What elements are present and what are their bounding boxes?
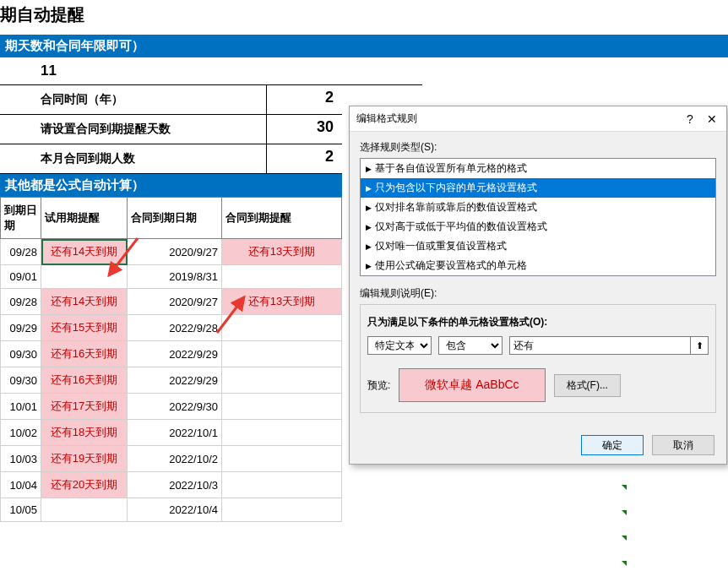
format-rule-dialog: 编辑格式规则 ? ✕ 选择规则类型(S): 基于各自值设置所有单元格的格式只为包… [349, 106, 727, 465]
contract-alert-cell[interactable] [222, 341, 342, 367]
rule-type-item[interactable]: 基于各自值设置所有单元格的格式 [361, 159, 715, 178]
trial-alert-cell[interactable]: 还有16天到期 [41, 341, 128, 367]
contract-alert-cell[interactable] [222, 265, 342, 289]
contract-alert-cell[interactable] [222, 394, 342, 420]
trial-end-date-cell[interactable]: 10/01 [1, 394, 41, 420]
condition-type-select[interactable]: 特定文本 [367, 336, 432, 355]
table-row: 09/012019/8/31 [1, 265, 342, 289]
info-row: 请设置合同到期提醒天数30 [0, 115, 342, 144]
contract-alert-cell[interactable]: 还有13天到期 [222, 289, 342, 315]
table-row: 09/30还有16天到期2022/9/29 [1, 367, 342, 394]
format-button[interactable]: 格式(F)... [554, 374, 621, 397]
contract-end-date-cell[interactable]: 2022/10/3 [128, 472, 222, 498]
contract-end-date-cell[interactable]: 2022/10/4 [128, 498, 222, 522]
trial-end-date-cell[interactable]: 09/01 [1, 265, 41, 289]
page-title: 期自动提醒 [0, 0, 728, 35]
subtitle-bar-2: 其他都是公式自动计算） [0, 174, 342, 197]
trial-end-date-cell[interactable]: 09/30 [1, 341, 41, 367]
contract-end-date-cell[interactable]: 2022/9/30 [128, 394, 222, 420]
spreadsheet-table: 到期日期试用期提醒合同到期日期合同到期提醒 09/28还有14天到期2020/9… [0, 197, 342, 522]
contract-end-date-cell[interactable]: 2022/10/2 [128, 446, 222, 472]
info-value[interactable]: 2 [266, 85, 342, 114]
range-picker-icon[interactable]: ⬆ [690, 336, 709, 355]
contract-end-date-cell[interactable]: 2020/9/27 [128, 289, 222, 315]
ok-button[interactable]: 确定 [581, 435, 644, 455]
error-indicator-icon [622, 536, 627, 541]
contract-alert-cell[interactable] [222, 367, 342, 394]
column-header[interactable]: 试用期提醒 [41, 198, 128, 239]
trial-alert-cell[interactable]: 还有16天到期 [41, 367, 128, 394]
contract-end-date-cell[interactable]: 2022/9/29 [128, 367, 222, 394]
close-button[interactable]: ✕ [701, 112, 723, 126]
table-row: 09/30还有16天到期2022/9/29 [1, 341, 342, 367]
error-indicator-icon [622, 561, 627, 566]
contract-end-date-cell[interactable]: 2022/9/28 [128, 315, 222, 341]
edit-rule-label: 编辑规则说明(E): [360, 286, 716, 301]
info-row: 本月合同到期人数2 [0, 144, 342, 174]
preview-label: 预览: [367, 378, 390, 393]
contract-alert-cell[interactable] [222, 315, 342, 341]
column-header[interactable]: 合同到期提醒 [222, 198, 342, 239]
table-row: 10/04还有20天到期2022/10/3 [1, 472, 342, 498]
contract-end-date-cell[interactable]: 2022/10/1 [128, 420, 222, 446]
error-indicator-icon [622, 510, 627, 515]
select-rule-type-label: 选择规则类型(S): [360, 140, 716, 155]
table-row: 10/052022/10/4 [1, 498, 342, 522]
subtitle-bar-1: 期天数和合同年限即可） [0, 35, 728, 57]
format-preview: 微软卓越 AaBbCc [399, 368, 545, 402]
contract-alert-cell[interactable]: 还有13天到期 [222, 239, 342, 265]
trial-end-date-cell[interactable]: 10/03 [1, 446, 41, 472]
cancel-button[interactable]: 取消 [652, 435, 714, 455]
trial-end-date-cell[interactable]: 09/28 [1, 289, 41, 315]
help-button[interactable]: ? [679, 112, 701, 126]
trial-alert-cell[interactable]: 还有15天到期 [41, 315, 128, 341]
contract-end-date-cell[interactable]: 2020/9/27 [128, 239, 222, 265]
rule-type-item[interactable]: 仅对唯一值或重复值设置格式 [361, 237, 715, 256]
trial-end-date-cell[interactable]: 10/05 [1, 498, 41, 522]
contract-end-date-cell[interactable]: 2022/9/29 [128, 341, 222, 367]
rule-type-item[interactable]: 只为包含以下内容的单元格设置格式 [361, 178, 715, 198]
info-value[interactable]: 2 [266, 144, 342, 173]
trial-end-date-cell[interactable]: 09/30 [1, 367, 41, 394]
column-header[interactable]: 合同到期日期 [128, 198, 222, 239]
column-header[interactable]: 到期日期 [1, 198, 41, 239]
condition-operator-select[interactable]: 包含 [438, 336, 503, 355]
error-indicator-icon [622, 485, 627, 490]
contract-alert-cell[interactable] [222, 420, 342, 446]
trial-alert-cell[interactable]: 还有19天到期 [41, 446, 128, 472]
trial-alert-cell[interactable] [41, 265, 128, 289]
table-row: 10/03还有19天到期2022/10/2 [1, 446, 342, 472]
value-11: 11 [0, 57, 422, 85]
condition-inputs: 特定文本 包含 ⬆ [367, 336, 709, 355]
trial-alert-cell[interactable] [41, 498, 128, 522]
rule-type-item[interactable]: 仅对排名靠前或靠后的数值设置格式 [361, 198, 715, 217]
table-row: 10/01还有17天到期2022/9/30 [1, 394, 342, 420]
trial-alert-cell[interactable]: 还有18天到期 [41, 420, 128, 446]
table-row: 10/02还有18天到期2022/10/1 [1, 420, 342, 446]
dialog-titlebar: 编辑格式规则 ? ✕ [350, 106, 726, 132]
table-row: 09/29还有15天到期2022/9/28 [1, 315, 342, 341]
info-label: 请设置合同到期提醒天数 [0, 115, 266, 144]
info-label: 合同时间（年） [0, 85, 266, 114]
contract-end-date-cell[interactable]: 2019/8/31 [128, 265, 222, 289]
table-row: 09/28还有14天到期2020/9/27还有13天到期 [1, 289, 342, 315]
trial-alert-cell[interactable]: 还有14天到期 [41, 289, 128, 315]
trial-end-date-cell[interactable]: 10/02 [1, 420, 41, 446]
rule-type-item[interactable]: 使用公式确定要设置格式的单元格 [361, 256, 715, 275]
contract-alert-cell[interactable] [222, 498, 342, 522]
trial-alert-cell[interactable]: 还有17天到期 [41, 394, 128, 420]
trial-end-date-cell[interactable]: 09/29 [1, 315, 41, 341]
condition-value-input[interactable] [509, 336, 690, 355]
trial-alert-cell[interactable]: 还有20天到期 [41, 472, 128, 498]
contract-alert-cell[interactable] [222, 446, 342, 472]
trial-alert-cell[interactable]: 还有14天到期 [41, 239, 128, 265]
rule-type-item[interactable]: 仅对高于或低于平均值的数值设置格式 [361, 217, 715, 237]
info-row: 合同时间（年）2 [0, 85, 342, 115]
condition-label: 只为满足以下条件的单元格设置格式(O): [367, 315, 709, 329]
trial-end-date-cell[interactable]: 09/28 [1, 239, 41, 265]
trial-end-date-cell[interactable]: 10/04 [1, 472, 41, 498]
table-row: 09/28还有14天到期2020/9/27还有13天到期 [1, 239, 342, 265]
rule-type-list[interactable]: 基于各自值设置所有单元格的格式只为包含以下内容的单元格设置格式仅对排名靠前或靠后… [360, 158, 716, 276]
info-value[interactable]: 30 [266, 115, 342, 144]
contract-alert-cell[interactable] [222, 472, 342, 498]
